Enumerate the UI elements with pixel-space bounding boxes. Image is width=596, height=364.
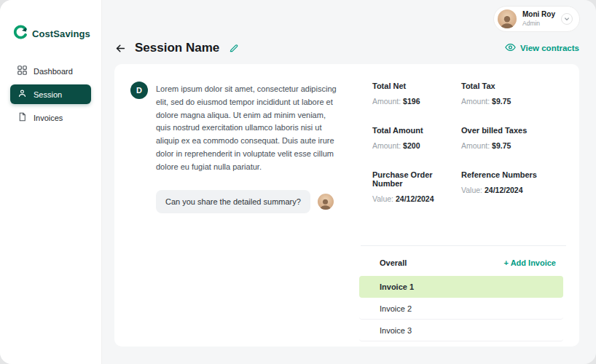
field-prefix: Amount: [461, 97, 490, 106]
edit-session-name-button[interactable] [229, 43, 239, 53]
chevron-down-icon [561, 13, 573, 25]
user-role: Admin [522, 20, 555, 28]
field-value: 24/12/2024 [485, 186, 523, 194]
sidebar-item-dashboard[interactable]: Dashboard [10, 61, 91, 81]
field-prefix: Amount: [372, 97, 401, 106]
field-prefix: Amount: [372, 141, 401, 150]
user-name: Moni Roy [522, 10, 555, 20]
sidebar-item-label: Invoices [34, 114, 63, 122]
chat-panel: D Lorem ipsum dolor sit amet, consectetu… [114, 64, 355, 347]
field-purchase-order-number: Purchase Order Number Value:24/12/2024 [372, 170, 461, 203]
invoice-row-1[interactable]: Invoice 1 [359, 276, 563, 298]
invoice-row-2[interactable]: Invoice 2 [359, 298, 563, 320]
field-total-amount: Total Amount Amount:$200 [372, 126, 461, 150]
back-button[interactable] [114, 42, 127, 55]
dashboard-grid-icon [17, 66, 27, 76]
bot-message: D Lorem ipsum dolor sit amet, consectetu… [130, 82, 342, 174]
field-total-net: Total Net Amount:$196 [372, 82, 461, 106]
field-prefix: Value: [461, 186, 482, 194]
field-value-line: Amount:$9.75 [461, 97, 570, 106]
invoice-list: Invoice 1 Invoice 2 Invoice 3 [359, 276, 563, 341]
field-value: $9.75 [492, 141, 511, 150]
document-icon [17, 112, 27, 123]
summary-fields: Total Net Amount:$196 Total Tax Amount:$… [372, 82, 570, 203]
invoice-label: Invoice 2 [380, 304, 412, 313]
field-prefix: Amount: [461, 141, 490, 150]
view-contracts-link[interactable]: View contracts [505, 43, 579, 53]
field-label: Total Amount [372, 126, 461, 135]
field-value: 24/12/2024 [396, 194, 434, 203]
user-meta: Moni Roy Admin [522, 10, 555, 27]
app-logo[interactable]: CostSavings [0, 0, 101, 42]
user-message-bubble: Can you share the detailed summary? [156, 190, 310, 213]
logo-icon [13, 25, 28, 42]
field-value-line: Value:24/12/2024 [461, 186, 570, 194]
field-label: Reference Numbers [461, 170, 570, 179]
user-message: Can you share the detailed summary? [156, 190, 342, 213]
field-value-line: Amount:$9.75 [461, 141, 570, 150]
app-window: CostSavings Dashboard [0, 0, 596, 364]
main-content: Moni Roy Admin Session Name [103, 0, 596, 364]
sidebar-item-label: Dashboard [34, 67, 73, 76]
field-value-line: Amount:$200 [372, 141, 461, 150]
overall-row: Overall + Add Invoice [358, 246, 570, 276]
field-reference-numbers: Reference Numbers Value:24/12/2024 [461, 170, 570, 203]
field-over-billed-taxes: Over billed Taxes Amount:$9.75 [461, 126, 570, 150]
user-menu[interactable]: Moni Roy Admin [493, 6, 580, 32]
field-prefix: Value: [372, 194, 393, 203]
sidebar-item-session[interactable]: Session [10, 84, 91, 104]
view-contracts-label: View contracts [520, 44, 579, 52]
sidebar-item-label: Session [34, 90, 62, 99]
page-title: Session Name [135, 41, 219, 55]
field-value-line: Amount:$196 [372, 97, 461, 106]
sidebar: CostSavings Dashboard [0, 0, 102, 364]
session-user-icon [17, 89, 27, 100]
logo-text: CostSavings [32, 28, 90, 39]
field-total-tax: Total Tax Amount:$9.75 [461, 82, 570, 106]
eye-icon [505, 43, 516, 53]
field-value-line: Value:24/12/2024 [372, 194, 461, 203]
invoice-label: Invoice 1 [380, 282, 414, 291]
field-value: $9.75 [492, 97, 511, 106]
add-invoice-button[interactable]: + Add Invoice [504, 258, 556, 267]
sidebar-nav: Dashboard Session Invo [0, 61, 101, 127]
bot-avatar: D [130, 82, 148, 99]
invoice-row-3[interactable]: Invoice 3 [359, 320, 563, 341]
field-label: Over billed Taxes [461, 126, 570, 135]
field-value: $196 [403, 97, 420, 106]
avatar [498, 9, 517, 28]
field-label: Total Net [372, 82, 461, 90]
field-label: Total Tax [461, 82, 570, 90]
summary-panel: Total Net Amount:$196 Total Tax Amount:$… [355, 64, 579, 347]
session-card: D Lorem ipsum dolor sit amet, consectetu… [114, 64, 579, 347]
user-message-avatar [318, 194, 334, 210]
overall-label: Overall [380, 258, 407, 267]
invoice-label: Invoice 3 [380, 326, 412, 335]
field-label: Purchase Order Number [372, 170, 461, 188]
sidebar-item-invoices[interactable]: Invoices [10, 108, 91, 127]
field-value: $200 [403, 141, 420, 150]
bot-message-text: Lorem ipsum dolor sit amet, consectetur … [156, 83, 342, 174]
